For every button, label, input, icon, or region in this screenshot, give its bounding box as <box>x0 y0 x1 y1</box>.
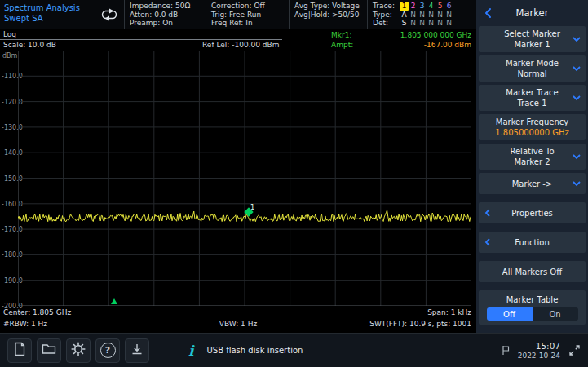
trace-det-label: Det: <box>373 19 400 28</box>
settings-button[interactable] <box>66 338 91 363</box>
avg-type-readout: Avg Type: Voltage <box>294 2 362 11</box>
mkr-frequency-value: 1.805 000 000 GHz <box>400 30 471 40</box>
folder-button[interactable] <box>37 338 61 363</box>
spectrum-analyzer-app: Spectrum Analysis Swept SA Impedance: 50… <box>0 0 588 367</box>
graticule: 1 <box>18 51 471 306</box>
save-button[interactable] <box>125 338 149 363</box>
continuous-sweep-icon[interactable] <box>95 0 124 29</box>
properties-label: Properties <box>511 208 553 219</box>
freq-ref-readout: Freq Ref: In <box>211 19 284 28</box>
help-button[interactable]: ? <box>95 338 120 363</box>
select-marker-value: Marker 1 <box>514 39 550 50</box>
marker-frequency-label: Marker Frequency <box>496 117 568 127</box>
marker-mode-label: Marker Mode <box>506 58 559 69</box>
mkr-label: Mkr1: <box>331 30 351 40</box>
file-icon <box>13 342 26 360</box>
marker-table-toggle: Off On <box>487 307 578 321</box>
marker-frequency-readout: Mkr1: 1.805 000 000 GHz <box>331 30 471 40</box>
bottom-toolbar: ? i USB flash disk insertion 15:07 2022-… <box>0 333 588 367</box>
function-section-button[interactable]: Function <box>479 232 586 253</box>
status-message: USB flash disk insertion <box>206 346 303 355</box>
properties-section-button[interactable]: Properties <box>479 202 586 223</box>
marker-table-on-option[interactable]: On <box>533 307 578 321</box>
chevron-left-icon <box>484 208 491 218</box>
header-input-settings: Impedance: 50Ω Atten: 0.0 dB Preamp: On <box>124 0 206 29</box>
marker-trace-label: Marker Trace <box>506 87 558 98</box>
chevron-down-icon <box>572 36 581 42</box>
trig-readout: Trig: Free Run <box>211 11 284 20</box>
marker-table-label: Marker Table <box>506 294 559 305</box>
marker-to-label: Marker -> <box>512 179 553 189</box>
chevron-down-icon <box>572 65 581 72</box>
app-title: Spectrum Analysis Swept SA <box>0 0 95 29</box>
marker-table-off-option[interactable]: Off <box>487 307 533 321</box>
rbw-readout: #RBW: 1 Hz <box>3 320 47 328</box>
all-markers-off-button[interactable]: All Markers Off <box>479 261 586 282</box>
marker-to-button[interactable]: Marker -> <box>479 173 586 194</box>
marker-readout-block: Mkr1: 1.805 000 000 GHz Ampt: -167.00 dB… <box>331 30 471 50</box>
impedance-readout: Impedance: 50Ω <box>130 2 201 11</box>
app-submode-title: Swept SA <box>4 13 95 24</box>
marker-mode-button[interactable]: Marker Mode Normal <box>479 55 586 82</box>
marker-trace-value: Trace 1 <box>517 98 546 108</box>
chevron-down-icon <box>572 153 581 160</box>
atten-readout: Atten: 0.0 dB <box>130 11 201 20</box>
download-icon <box>130 343 144 359</box>
span-readout: Span: 1 kHz <box>427 308 471 316</box>
marker-menu-panel: Marker Select Marker Marker 1 Marker Mod… <box>476 0 588 333</box>
top-status-bar: Spectrum Analysis Swept SA Impedance: 50… <box>0 0 476 29</box>
trace-type-row: Type: ANNNNN <box>373 11 475 20</box>
select-marker-button[interactable]: Select Marker Marker 1 <box>479 26 586 52</box>
file-button[interactable] <box>7 338 32 363</box>
marker-table-button: Marker Table Off On <box>479 290 586 325</box>
clock: 15:07 2022-10-24 <box>518 341 560 360</box>
trace-numbers[interactable]: 123456 <box>400 2 453 11</box>
preamp-readout: Preamp: On <box>130 19 201 28</box>
bw-footer-row: #RBW: 1 Hz VBW: 1 Hz SWT(FFT): 10.9 s, p… <box>0 320 476 330</box>
all-markers-off-label: All Markers Off <box>502 267 562 277</box>
help-glyph: ? <box>105 345 110 356</box>
ampt-value: -167.00 dBm <box>424 40 471 50</box>
app-mode-title: Spectrum Analysis <box>4 2 95 13</box>
relative-to-button[interactable]: Relative To Marker 2 <box>479 144 586 170</box>
sweep-time-readout: SWT(FFT): 10.9 s, pts: 1001 <box>369 320 471 328</box>
plot-svg <box>18 51 471 306</box>
folder-icon <box>42 343 56 358</box>
expand-icon[interactable] <box>568 344 581 356</box>
annotation-divider <box>0 39 282 40</box>
trace-status-block: Trace: 123456 Type: ANNNNN Det: SNNNNN <box>367 0 476 29</box>
marker-number: 1 <box>250 203 255 211</box>
menu-header: Marker <box>479 0 586 26</box>
center-frequency-readout: Center: 1.805 GHz <box>3 308 71 316</box>
info-icon: i <box>188 343 193 359</box>
trace-det-values: SNNNNN <box>400 19 453 28</box>
relative-to-label: Relative To <box>510 146 554 157</box>
marker-frequency-button[interactable]: Marker Frequency 1.805000000 GHz <box>479 114 586 140</box>
spectrum-display: Log Scale: 10.0 dB Ref Lel: -100.00 dBm … <box>0 29 476 333</box>
chevron-down-icon <box>572 95 581 101</box>
ampt-label: Ampt: <box>331 40 353 50</box>
time-readout: 15:07 <box>518 341 560 351</box>
trace-row: Trace: 123456 <box>373 2 475 11</box>
trigger-level-icon <box>111 298 117 304</box>
marker-trace-button[interactable]: Marker Trace Trace 1 <box>479 85 586 111</box>
chevron-down-icon <box>572 180 581 187</box>
settings-gear-icon <box>70 341 86 360</box>
chevron-left-icon <box>484 237 491 247</box>
trace-type-label: Type: <box>373 11 400 20</box>
select-marker-label: Select Marker <box>504 29 560 39</box>
trace-label: Trace: <box>373 2 400 11</box>
menu-title: Marker <box>516 7 549 19</box>
marker-mode-value: Normal <box>517 69 546 79</box>
help-icon: ? <box>100 343 116 358</box>
date-readout: 2022-10-24 <box>518 351 560 360</box>
scale-readout: Scale: 10.0 dB <box>3 41 56 49</box>
back-icon[interactable] <box>484 7 492 21</box>
header-trigger-settings: Correction: Off Trig: Free Run Freq Ref:… <box>206 0 289 29</box>
y-axis-unit: dBm <box>2 52 17 60</box>
avg-hold-readout: Avg|Hold: >50/50 <box>294 11 362 20</box>
flag-icon <box>502 345 510 356</box>
marker-amplitude-readout: Ampt: -167.00 dBm <box>331 40 471 50</box>
trace-type-values: ANNNNN <box>400 11 453 20</box>
freq-footer-row: Center: 1.805 GHz Span: 1 kHz <box>0 308 476 319</box>
